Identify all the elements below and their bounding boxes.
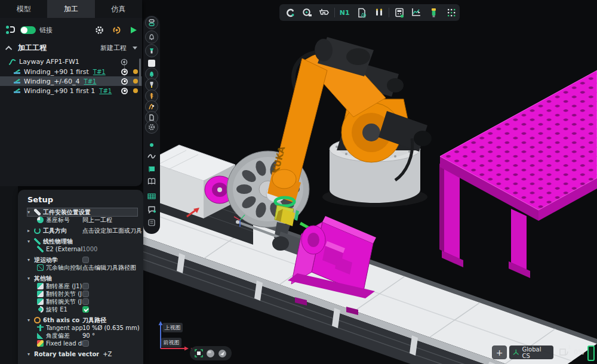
chart-icon[interactable] xyxy=(408,4,425,21)
top-view-button[interactable]: 上视图 xyxy=(162,323,183,332)
orbit-sphere-icon[interactable] xyxy=(218,349,227,358)
caret-icon[interactable]: ▾ xyxy=(27,257,34,263)
flip-icon xyxy=(37,298,44,305)
caret-icon[interactable]: ▾ xyxy=(27,317,34,323)
robot-link-icon xyxy=(6,26,16,34)
checkbox[interactable] xyxy=(82,298,89,305)
machining-tree-panel: 模型 加工 仿真 链接 加工工程 新建工程 Layway AFP1-FW1 xyxy=(0,0,142,186)
setup-row-tangent[interactable]: Tangent appro 10 %Ø (0.635 mm) xyxy=(27,324,140,332)
cs-name: Global CS xyxy=(522,346,550,359)
book-icon[interactable] xyxy=(145,175,158,188)
row-label: 角度偏差 xyxy=(46,332,70,340)
setup-row-linear-axis[interactable]: ▾ 线性物理轴 xyxy=(27,237,140,245)
setup-row-fixed-lead[interactable]: Fixed lead dire xyxy=(27,340,140,347)
setup-row-rotate-e1[interactable]: 旋转 E1 xyxy=(27,306,140,313)
checkbox[interactable] xyxy=(82,291,89,297)
caliper-icon[interactable] xyxy=(316,4,333,21)
setup-row-redundant-axis[interactable]: 冗余轴向控制 点击编辑刀具路径图 xyxy=(27,264,140,272)
row-value[interactable]: 点击编辑刀具路径图 xyxy=(82,264,136,272)
setup-row-inverse-kinematics[interactable]: ▾ 逆运动学 xyxy=(27,256,140,264)
panel-icon[interactable] xyxy=(145,162,158,175)
tab-simulation[interactable]: 仿真 xyxy=(95,0,142,18)
add-cs-button[interactable]: + xyxy=(492,346,507,359)
coordinate-system-selector[interactable]: Global CS xyxy=(509,346,553,359)
link-toggle[interactable] xyxy=(20,26,36,34)
row-label: 翻转肘关节 (J xyxy=(46,290,82,298)
checkbox[interactable] xyxy=(82,283,89,289)
row-value[interactable]: 1000 xyxy=(82,246,97,252)
setup-row-sixth-axis[interactable]: ▾ 6th axis control 刀具路径 xyxy=(27,316,140,324)
setup-row-flip-wrist[interactable]: 翻转腕关节 (J xyxy=(27,298,140,306)
row-value[interactable]: 点击设定加工面或刀具 xyxy=(82,227,142,235)
row-value[interactable]: 同上一工程 xyxy=(82,216,112,224)
setup-row-rotary-vector[interactable]: ▾ Rotary table vector +Z xyxy=(27,350,140,358)
shaded-sphere-icon[interactable] xyxy=(206,349,215,358)
message-icon[interactable] xyxy=(145,203,158,216)
tree-item-winding-3[interactable]: Winding_+90 1 first 1 T#1 xyxy=(0,86,142,95)
table-grid-icon[interactable] xyxy=(145,190,158,203)
tool-holder-icon[interactable] xyxy=(425,4,442,21)
setup-row-tool-direction[interactable]: ▸ 工具方向 点击设定加工面或刀具 xyxy=(27,227,140,235)
n1-tool-label[interactable]: N1 xyxy=(336,4,353,21)
gear-icon[interactable] xyxy=(95,26,104,35)
play-icon[interactable] xyxy=(130,26,137,34)
sheet-flip-icon[interactable]: 1 xyxy=(558,346,571,359)
calculator-icon[interactable] xyxy=(390,4,408,21)
curve-icon[interactable] xyxy=(145,150,158,163)
caret-icon[interactable]: ▾ xyxy=(27,209,34,215)
caret-icon[interactable]: ▾ xyxy=(27,239,34,244)
rotate-orange-icon[interactable] xyxy=(112,26,121,35)
tree-item-winding-1[interactable]: Winding_+90 1 first T#1 xyxy=(0,67,142,76)
target-dot-icon[interactable] xyxy=(121,58,128,66)
clamp-icon[interactable] xyxy=(371,4,388,21)
checkbox[interactable] xyxy=(82,257,89,263)
row-value[interactable]: 90 ° xyxy=(82,332,95,339)
caret-icon[interactable]: ▾ xyxy=(27,351,34,357)
new-project-button[interactable]: 新建工程 xyxy=(100,44,127,53)
setup-row-e2-axis[interactable]: E2 (External a: 1000 xyxy=(27,245,140,253)
caret-icon[interactable]: ▾ xyxy=(27,276,34,281)
tool-direction-icon xyxy=(34,227,41,234)
tool-tag-link[interactable]: T#1 xyxy=(84,78,97,85)
setup-row-other-axes[interactable]: ▾ 其他轴 xyxy=(27,274,140,282)
row-value[interactable]: 10 %Ø (0.635 mm) xyxy=(82,325,140,331)
row-label: 翻转腕关节 (J xyxy=(46,298,82,306)
status-dot[interactable] xyxy=(133,69,138,74)
tool-tag-link[interactable]: T#1 xyxy=(99,88,112,94)
row-label: Rotary table vector xyxy=(34,351,99,357)
alarm-bell-icon[interactable] xyxy=(145,30,158,44)
frame-select-icon[interactable] xyxy=(195,349,203,357)
active-op-radio[interactable] xyxy=(121,78,128,85)
checkbox[interactable] xyxy=(82,340,89,347)
notes-icon[interactable] xyxy=(145,216,158,229)
collapse-icon[interactable] xyxy=(5,45,12,52)
setup-row-mount-position[interactable]: ▾ 工件安装位置设置 xyxy=(27,208,137,216)
tape-measure-icon[interactable] xyxy=(298,4,316,21)
gear-badge-icon[interactable] xyxy=(145,121,158,134)
collet-icon[interactable] xyxy=(145,44,158,57)
chevron-down-icon[interactable] xyxy=(133,47,137,50)
row-value[interactable]: 刀具路径 xyxy=(82,316,106,325)
magnet-icon[interactable] xyxy=(281,4,298,21)
document-gear-icon[interactable] xyxy=(353,4,371,21)
tool-tag-link[interactable]: T#1 xyxy=(93,69,106,75)
active-op-radio[interactable] xyxy=(121,69,128,75)
tab-machining[interactable]: 加工 xyxy=(47,0,94,18)
status-dot[interactable] xyxy=(133,88,138,93)
spool-icon[interactable] xyxy=(145,16,158,29)
grid-dots-icon[interactable] xyxy=(442,4,460,21)
tab-model[interactable]: 模型 xyxy=(0,0,47,18)
tree-root-row[interactable]: Layway AFP1-FW1 xyxy=(0,57,142,67)
setup-row-angle-deviation[interactable]: 角度偏差 90 ° xyxy=(27,332,140,340)
tree-scrollbar[interactable] xyxy=(139,58,141,86)
tree-item-winding-2-selected[interactable]: Winding_+/-60_4 T#1 xyxy=(0,76,142,86)
front-view-button[interactable]: 前视图 xyxy=(161,338,181,347)
caret-icon[interactable]: ▸ xyxy=(27,228,34,233)
setup-row-flip-base[interactable]: 翻转基座 (J1) xyxy=(27,282,140,290)
setup-row-base-frame[interactable]: 基座标号 同上一工程 xyxy=(27,216,140,224)
checkbox-checked[interactable] xyxy=(82,306,89,313)
active-op-radio[interactable] xyxy=(121,88,128,94)
status-dot[interactable] xyxy=(133,79,138,84)
row-value[interactable]: +Z xyxy=(103,351,112,357)
setup-row-flip-elbow[interactable]: 翻转肘关节 (J xyxy=(27,290,140,298)
